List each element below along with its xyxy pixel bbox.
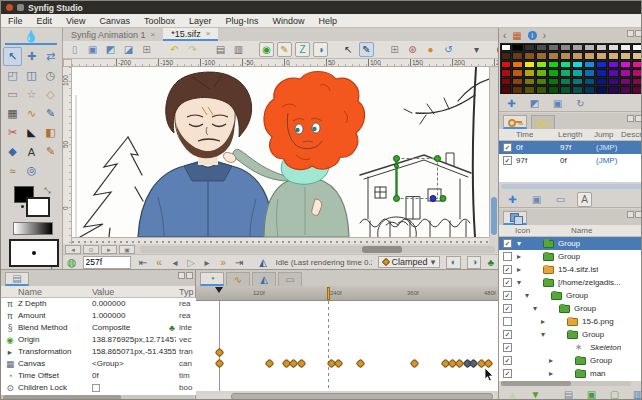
raise-layer-button[interactable]: ▲	[505, 387, 520, 400]
keyframe-description-button[interactable]: A	[577, 192, 592, 207]
save-file-button[interactable]: ◩	[103, 42, 118, 57]
layer-expander[interactable]: ▸	[549, 354, 553, 367]
rotate-tool[interactable]: ◷	[41, 66, 60, 85]
layer-expander[interactable]: ▸	[549, 367, 553, 380]
palette-swatch[interactable]	[632, 52, 642, 60]
gradient-tool[interactable]: ▦	[3, 104, 22, 123]
menu-layer[interactable]: Layer	[182, 14, 219, 28]
star-tool[interactable]: ☆	[22, 85, 41, 104]
redo-button[interactable]: ↷	[185, 42, 200, 57]
palette-swatch[interactable]	[560, 78, 571, 86]
scrollbar-thumb[interactable]	[231, 393, 493, 400]
layer-expander[interactable]: ▸	[541, 315, 545, 328]
palette-swatch[interactable]	[584, 69, 595, 77]
palette-swatch[interactable]	[560, 61, 571, 69]
layer-row[interactable]: ✓▸Group	[499, 354, 642, 367]
waypoint[interactable]	[214, 358, 224, 368]
param-value[interactable]: 1.000000	[92, 310, 176, 322]
play-button[interactable]: ▷	[185, 257, 198, 268]
doc-tab-0[interactable]: Synfig Animation 1×	[63, 28, 163, 41]
menu-plugins[interactable]: Plug-Ins	[218, 14, 265, 28]
layer-name[interactable]: Group	[558, 237, 580, 250]
panel-control-button[interactable]	[627, 211, 634, 218]
spline-tool[interactable]: ∿	[22, 104, 41, 123]
palette-swatch[interactable]	[512, 86, 523, 94]
canvas-vertical-scrollbar[interactable]	[489, 67, 498, 237]
palette-swatch[interactable]	[524, 69, 535, 77]
tab-layers[interactable]	[503, 211, 527, 225]
layer-name[interactable]: Group	[558, 250, 580, 263]
new-composition-button[interactable]: ▯	[67, 42, 82, 57]
palette-swatch[interactable]	[501, 44, 512, 52]
palette-swatch[interactable]	[632, 86, 642, 94]
refresh-globe-icon[interactable]: ◍	[67, 256, 77, 269]
mask-toggle-button[interactable]: ◑	[313, 42, 328, 57]
palette-swatch[interactable]	[596, 52, 607, 60]
tab-keyframes[interactable]	[503, 115, 527, 129]
group-layer-button[interactable]: ▥	[231, 42, 246, 57]
polygon-tool[interactable]: ◇	[41, 85, 60, 104]
palette-swatch[interactable]	[572, 69, 583, 77]
palette-swatch[interactable]	[608, 44, 619, 52]
palette-swatch[interactable]	[524, 61, 535, 69]
draw-tool[interactable]: ✎	[41, 104, 60, 123]
smooth-move-tool[interactable]: ✚	[22, 47, 41, 66]
layer-expander[interactable]: ▾	[541, 328, 545, 341]
col-name[interactable]: Name	[18, 287, 42, 297]
panel-control-button[interactable]	[635, 115, 642, 122]
layer-expander[interactable]: ▾	[525, 289, 529, 302]
menu-canvas[interactable]: Canvas	[92, 14, 137, 28]
param-value[interactable]: 0.000000	[92, 298, 176, 310]
waypoint[interactable]	[333, 358, 343, 368]
menu-help[interactable]: Help	[312, 14, 345, 28]
layer-name[interactable]: 15-4.sifz.lst	[558, 263, 598, 276]
next-keyframe-button[interactable]: »	[217, 257, 230, 268]
param-row[interactable]: πZ Depth0.000000rea	[1, 298, 196, 310]
palette-swatch[interactable]	[548, 69, 559, 77]
palette-swatch[interactable]	[524, 78, 535, 86]
palette-swatch[interactable]	[632, 61, 642, 69]
panel-control-button[interactable]	[635, 30, 642, 37]
col-type[interactable]: Typ	[179, 287, 194, 297]
scrollbar-thumb[interactable]	[3, 395, 121, 400]
menu-window[interactable]: Window	[265, 14, 311, 28]
open-file-button[interactable]: ▣	[85, 42, 100, 57]
palette-swatch[interactable]	[632, 69, 642, 77]
param-row[interactable]: ▸Transformation158.865071px,-51.43554tra…	[1, 346, 196, 358]
palette-swatch[interactable]	[548, 52, 559, 60]
palette-swatch[interactable]	[536, 61, 547, 69]
seek-end-button[interactable]: ⇥	[233, 257, 246, 268]
keyframe-marker[interactable]	[215, 287, 223, 293]
layer-visibility-checkbox[interactable]: ✓	[503, 343, 512, 352]
cut-layer-button[interactable]: ▤	[561, 387, 576, 400]
layer-visibility-checkbox[interactable]: ✓	[503, 356, 512, 365]
palette-swatch[interactable]	[620, 69, 631, 77]
layer-row[interactable]: ▸15-6.png	[499, 315, 642, 328]
swap-colors-icon[interactable]: ⤡	[44, 186, 50, 196]
col-length[interactable]: Length	[558, 130, 582, 139]
palette-swatch[interactable]	[608, 86, 619, 94]
doc-tab-1[interactable]: *15.sifz×	[163, 28, 218, 41]
prev-frame-button[interactable]: ◂	[169, 257, 182, 268]
past-onion-skin-button[interactable]: ◐	[446, 256, 461, 269]
palette-swatch[interactable]	[560, 86, 571, 94]
param-checkbox[interactable]	[92, 384, 100, 392]
palette-swatch[interactable]	[524, 44, 535, 52]
waypoint[interactable]	[214, 347, 224, 357]
show-grid-button[interactable]: ⊞	[387, 42, 402, 57]
save-palette-button[interactable]: ◩	[527, 96, 542, 111]
browse-layers-button[interactable]: ▥	[630, 387, 642, 400]
current-time-field[interactable]	[83, 256, 131, 269]
palette-swatch[interactable]	[608, 78, 619, 86]
prev-keyframe-button[interactable]: «	[153, 257, 166, 268]
scrollbar-thumb[interactable]	[501, 381, 571, 386]
layer-row[interactable]: ✓▾[/home/zelgadis...	[499, 276, 642, 289]
param-value[interactable]: 158.865071px,-51.43554	[92, 346, 176, 358]
next-frame-button[interactable]: ▸	[201, 257, 214, 268]
tab-right-arrow-icon[interactable]: ›	[543, 30, 546, 41]
panel-control-button[interactable]	[635, 211, 642, 218]
curves-toggle-button[interactable]: Z	[295, 42, 310, 57]
tree-icon[interactable]: ♣	[169, 322, 175, 334]
panel-control-button[interactable]	[627, 30, 634, 37]
keyframe-row[interactable]: ✓0f97f(JMP)	[499, 141, 642, 154]
